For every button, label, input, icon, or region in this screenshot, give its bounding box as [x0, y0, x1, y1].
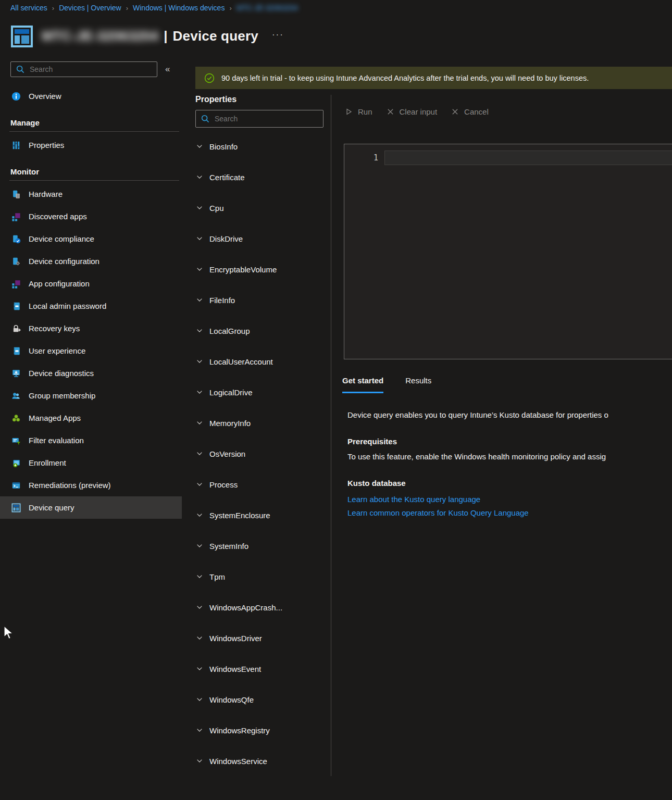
sidebar-item-label: Managed Apps [29, 414, 81, 422]
property-group-cpu[interactable]: Cpu [195, 202, 331, 214]
local-admin-password-icon [11, 302, 21, 311]
properties-icon [11, 141, 21, 150]
breadcrumb-all-services[interactable]: All services [10, 4, 47, 12]
sidebar-item-device-configuration[interactable]: Device configuration [0, 250, 182, 272]
property-group-windowsservice[interactable]: WindowsService [195, 755, 331, 767]
cancel-button[interactable]: Cancel [451, 107, 489, 116]
clear-icon [386, 107, 395, 116]
chevron-down-icon [195, 542, 204, 550]
clear-input-button-label: Clear input [400, 107, 438, 116]
breadcrumb-device-name[interactable]: MTC-JE-32063204 [237, 4, 298, 12]
chevron-down-icon [195, 265, 204, 273]
device-query-window-icon [10, 25, 33, 48]
query-editor[interactable]: 1 [344, 144, 672, 359]
property-group-windowsqfe[interactable]: WindowsQfe [195, 693, 331, 706]
property-group-localuseraccount[interactable]: LocalUserAccount [195, 355, 331, 368]
property-group-osversion[interactable]: OsVersion [195, 447, 331, 460]
chevron-down-icon [195, 603, 204, 611]
sidebar-item-local-admin-password[interactable]: Local admin password [0, 295, 182, 317]
property-group-windowsappcrash[interactable]: WindowsAppCrash... [195, 601, 331, 614]
sidebar-search-input[interactable] [29, 65, 157, 74]
breadcrumb: All services › Devices | Overview › Wind… [10, 4, 298, 12]
property-group-memoryinfo[interactable]: MemoryInfo [195, 417, 331, 429]
property-group-biosinfo[interactable]: BiosInfo [195, 140, 331, 153]
sidebar-item-properties[interactable]: Properties [0, 134, 182, 156]
breadcrumb-devices-overview[interactable]: Devices | Overview [59, 4, 121, 12]
run-icon [344, 107, 353, 116]
property-group-encryptablevolume[interactable]: EncryptableVolume [195, 263, 331, 276]
trial-banner-text: 90 days left in trial - to keep using In… [221, 74, 589, 82]
sidebar-item-device-query[interactable]: Device query [0, 496, 182, 519]
property-group-tpm[interactable]: Tpm [195, 570, 331, 583]
device-configuration-icon [11, 257, 21, 266]
sidebar-search-box [10, 61, 157, 77]
run-button-label: Run [358, 107, 372, 116]
page-header: MTC-JE-32063204 | Device query ··· [10, 19, 284, 54]
tab-results[interactable]: Results [405, 376, 431, 393]
enrollment-icon [11, 458, 21, 468]
page-title: MTC-JE-32063204 | Device query [42, 28, 258, 44]
property-group-systemenclosure[interactable]: SystemEnclosure [195, 509, 331, 521]
sidebar-item-label: Overview [29, 92, 61, 101]
property-group-label: WindowsService [209, 757, 267, 766]
breadcrumb-separator: › [52, 4, 54, 12]
chevron-down-icon [195, 327, 204, 335]
property-group-logicaldrive[interactable]: LogicalDrive [195, 386, 331, 398]
chevron-down-icon [195, 419, 204, 427]
property-group-windowsregistry[interactable]: WindowsRegistry [195, 724, 331, 736]
sidebar-item-label: Remediations (preview) [29, 481, 111, 490]
sidebar-item-enrollment[interactable]: Enrollment [0, 452, 182, 474]
sidebar-item-user-experience[interactable]: User experience [0, 340, 182, 362]
property-group-windowsevent[interactable]: WindowsEvent [195, 662, 331, 675]
property-group-windowsdriver[interactable]: WindowsDriver [195, 632, 331, 644]
more-options-icon[interactable]: ··· [272, 30, 284, 40]
cancel-button-label: Cancel [464, 107, 489, 116]
query-input-line[interactable] [384, 151, 672, 165]
property-group-systeminfo[interactable]: SystemInfo [195, 540, 331, 552]
sidebar-item-device-diagnostics[interactable]: Device diagnostics [0, 362, 182, 384]
sidebar-item-recovery-keys[interactable]: Recovery keys [0, 317, 182, 340]
property-group-certificate[interactable]: Certificate [195, 171, 331, 183]
sidebar-collapse-button[interactable]: « [165, 64, 170, 74]
property-group-label: SystemInfo [209, 542, 248, 551]
run-button[interactable]: Run [344, 107, 372, 116]
sidebar-item-label: Recovery keys [29, 324, 80, 333]
search-icon [16, 65, 25, 74]
breadcrumb-separator: › [126, 4, 128, 12]
property-group-label: SystemEnclosure [209, 511, 270, 520]
sidebar-item-group-membership[interactable]: Group membership [0, 384, 182, 407]
property-group-process[interactable]: Process [195, 478, 331, 491]
get-started-content: Device query enables you to query Intune… [347, 409, 672, 520]
sidebar-item-overview[interactable]: Overview [0, 85, 182, 107]
clear-input-button[interactable]: Clear input [386, 107, 438, 116]
property-group-label: DiskDrive [209, 234, 243, 243]
sidebar-item-label: Filter evaluation [29, 436, 84, 445]
device-compliance-icon [11, 234, 21, 244]
breadcrumb-windows-devices[interactable]: Windows | Windows devices [133, 4, 225, 12]
sidebar-item-remediations-preview[interactable]: Remediations (preview) [0, 474, 182, 496]
result-tabs: Get started Results [342, 376, 431, 393]
sidebar-item-hardware[interactable]: Hardware [0, 183, 182, 205]
breadcrumb-separator: › [229, 4, 231, 12]
properties-search-box [195, 110, 323, 128]
sidebar-item-filter-evaluation[interactable]: Filter evaluation [0, 429, 182, 452]
kusto-language-link[interactable]: Learn about the Kusto query language [347, 493, 672, 506]
property-group-fileinfo[interactable]: FileInfo [195, 294, 331, 306]
properties-search-input[interactable] [214, 114, 323, 123]
kusto-operators-link[interactable]: Learn common operators for Kusto Query L… [347, 506, 672, 520]
property-group-diskdrive[interactable]: DiskDrive [195, 232, 331, 245]
sidebar-item-device-compliance[interactable]: Device compliance [0, 228, 182, 250]
sidebar-item-managed-apps[interactable]: Managed Apps [0, 407, 182, 429]
sidebar-item-app-configuration[interactable]: App configuration [0, 272, 182, 295]
sidebar-item-label: Enrollment [29, 458, 66, 467]
properties-panel: Properties BiosInfoCertificateCpuDiskDri… [195, 95, 331, 785]
chevron-down-icon [195, 142, 204, 151]
app-configuration-icon [11, 279, 21, 289]
property-group-localgroup[interactable]: LocalGroup [195, 324, 331, 337]
sidebar-item-discovered-apps[interactable]: Discovered apps [0, 205, 182, 228]
chevron-down-icon [195, 480, 204, 489]
property-group-label: LogicalDrive [209, 388, 253, 397]
chevron-down-icon [195, 726, 204, 734]
title-text: Device query [173, 28, 258, 44]
tab-get-started[interactable]: Get started [342, 376, 383, 393]
